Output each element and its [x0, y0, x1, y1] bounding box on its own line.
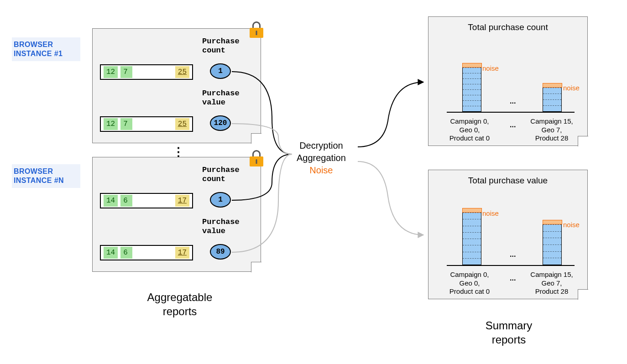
category-label-left: Campaign 0,Geo 0,Product cat 0	[438, 270, 502, 296]
key-chip: 25	[175, 118, 189, 130]
metric-value-count: 1	[210, 63, 231, 79]
summary-report-count: Total purchase count noise ... noise Cam…	[428, 16, 588, 146]
summary-title: Total purchase count	[428, 22, 587, 32]
noise-label: noise	[482, 64, 499, 72]
key-chip: 6	[120, 195, 132, 207]
key-row: 12 7 25	[100, 116, 193, 132]
key-chip: 17	[175, 247, 189, 259]
chart-bar-left	[462, 67, 481, 112]
process-line: Aggregation	[297, 152, 346, 164]
aggregatable-report-n: Purchasecount 14 6 17 1 Purchasevalue 14…	[92, 157, 261, 272]
key-chip: 7	[120, 118, 132, 130]
chart-x-axis	[447, 112, 575, 113]
label-line: BROWSER	[14, 167, 53, 175]
category-ellipsis: ...	[510, 121, 516, 129]
key-row: 12 7 25	[100, 64, 193, 80]
category-label-right: Campaign 15,Geo 7,Product 28	[520, 117, 584, 143]
key-chip: 6	[120, 247, 132, 259]
chart-bar-right	[543, 224, 562, 265]
key-chip: 17	[175, 195, 189, 207]
key-chip: 14	[104, 247, 118, 259]
lock-icon	[250, 21, 263, 38]
noise-cap	[462, 63, 482, 68]
metric-label-purchase-value: Purchasevalue	[202, 89, 257, 107]
key-chip: 12	[104, 118, 118, 130]
category-label-right: Campaign 15,Geo 7,Product 28	[520, 270, 584, 296]
noise-cap	[462, 208, 482, 213]
key-row: 14 6 17	[100, 245, 193, 260]
metric-label-purchase-value: Purchasevalue	[202, 218, 257, 235]
chart-bar-right	[543, 87, 562, 112]
aggregatable-report-1: Purchasecount 12 7 25 1 Purchasevalue 12…	[92, 28, 261, 143]
label-line: BROWSER	[14, 41, 53, 48]
key-row: 14 6 17	[100, 193, 193, 208]
key-chip: 12	[104, 66, 118, 78]
metric-label-purchase-count: Purchasecount	[202, 166, 257, 183]
label-line: INSTANCE #N	[14, 177, 64, 184]
browser-instance-label-1: BROWSER INSTANCE #1	[12, 37, 80, 61]
chart-ellipsis: ...	[510, 97, 516, 105]
summary-reports-caption: Summaryreports	[461, 318, 557, 347]
chart-x-axis	[447, 265, 575, 266]
category-ellipsis: ...	[510, 274, 516, 282]
category-label-left: Campaign 0,Geo 0,Product cat 0	[438, 117, 502, 143]
key-chip: 14	[104, 195, 118, 207]
process-text: Decryption Aggregation Noise	[297, 140, 346, 177]
label-line: INSTANCE #1	[14, 50, 63, 57]
key-chip: 25	[175, 66, 189, 78]
noise-label: noise	[563, 84, 580, 92]
aggregatable-reports-caption: Aggregatablereports	[120, 290, 239, 318]
metric-value-value: 89	[210, 244, 231, 260]
noise-cap	[543, 220, 562, 224]
metric-value-value: 120	[210, 115, 231, 131]
noise-cap	[543, 83, 562, 88]
metric-value-count: 1	[210, 192, 231, 208]
process-noise-line: Noise	[297, 164, 346, 177]
summary-report-value: Total purchase value noise ... noise Cam…	[428, 170, 588, 299]
chart-ellipsis: ...	[510, 250, 516, 259]
noise-label: noise	[563, 221, 580, 229]
chart-bar-left	[462, 212, 481, 265]
process-line: Decryption	[297, 140, 346, 152]
noise-label: noise	[482, 209, 499, 217]
key-chip: 7	[120, 66, 132, 78]
metric-label-purchase-count: Purchasecount	[202, 37, 257, 55]
summary-title: Total purchase value	[428, 176, 587, 186]
lock-icon	[250, 150, 263, 166]
browser-instance-label-n: BROWSER INSTANCE #N	[12, 164, 80, 188]
